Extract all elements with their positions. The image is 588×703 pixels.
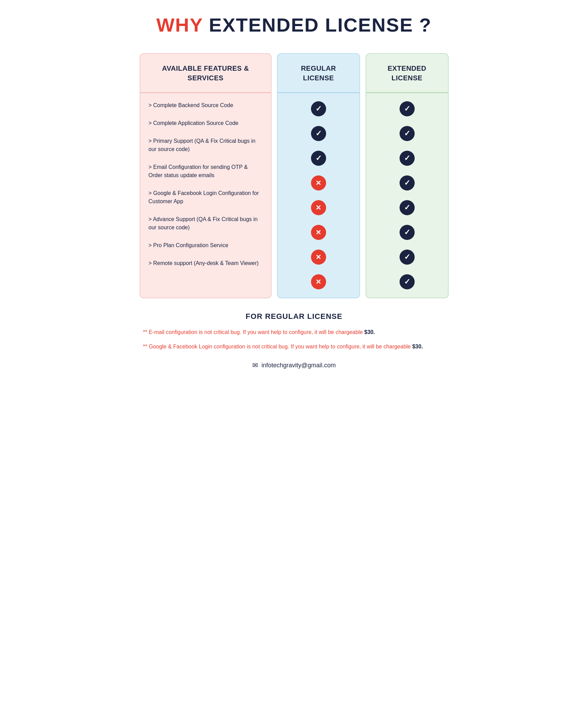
tick-icon	[311, 126, 326, 141]
check-item	[366, 121, 448, 146]
check-item	[278, 245, 359, 269]
tick-icon	[400, 126, 415, 141]
tick-icon	[400, 151, 415, 166]
extended-header: EXTENDEDLICENSE	[366, 54, 448, 93]
feature-item: > Advance Support (QA & Fix Critical bug…	[140, 210, 271, 237]
check-item	[278, 195, 359, 220]
check-item	[278, 171, 359, 195]
tick-icon	[400, 250, 415, 265]
main-title: WHY EXTENDED LICENSE ?	[140, 14, 449, 36]
features-header: AVAILABLE FEATURES & SERVICES	[140, 54, 271, 93]
tick-icon	[400, 175, 415, 191]
footer-note-2: ** Google & Facebook Login configuration…	[143, 342, 445, 351]
footer-notes: ** E-mail configuration is not critical …	[140, 328, 449, 351]
check-item	[366, 146, 448, 171]
check-item	[278, 121, 359, 146]
cross-icon	[311, 250, 326, 265]
check-item	[366, 195, 448, 220]
footer-note-1: ** E-mail configuration is not critical …	[143, 328, 445, 337]
tick-icon	[400, 200, 415, 215]
check-item	[366, 245, 448, 269]
check-item	[278, 146, 359, 171]
tick-icon	[400, 101, 415, 116]
note-1-text: ** E-mail configuration is not critical …	[143, 329, 365, 335]
feature-item: > Complete Application Source Code	[140, 114, 271, 132]
extended-column: EXTENDEDLICENSE	[366, 53, 449, 298]
contact-section: ✉ infotechgravity@gmail.com	[140, 361, 449, 369]
note-2-text: ** Google & Facebook Login configuration…	[143, 344, 412, 349]
feature-item: > Pro Plan Configuration Service	[140, 237, 271, 254]
extended-checks	[366, 93, 448, 298]
cross-icon	[311, 200, 326, 215]
tick-icon	[311, 101, 326, 116]
title-rest: EXTENDED LICENSE ?	[203, 14, 432, 36]
cross-icon	[311, 225, 326, 240]
check-item	[278, 220, 359, 245]
regular-checks	[278, 93, 359, 298]
contact-email: infotechgravity@gmail.com	[262, 362, 336, 369]
footer-section: FOR REGULAR LICENSE ** E-mail configurat…	[140, 312, 449, 369]
check-item	[278, 96, 359, 121]
page-container: WHY EXTENDED LICENSE ? AVAILABLE FEATURE…	[140, 14, 449, 376]
note-2-price: $30.	[412, 344, 423, 349]
features-list: > Complete Backend Source Code > Complet…	[140, 93, 271, 276]
title-why: WHY	[156, 14, 203, 36]
feature-item: > Google & Facebook Login Configuration …	[140, 184, 271, 210]
email-icon: ✉	[252, 361, 258, 369]
tick-icon	[311, 151, 326, 166]
check-item	[278, 269, 359, 294]
feature-item: > Complete Backend Source Code	[140, 96, 271, 114]
feature-item: > Email Configuration for sending OTP & …	[140, 158, 271, 184]
footer-title: FOR REGULAR LICENSE	[140, 312, 449, 321]
check-item	[366, 220, 448, 245]
feature-item: > Primary Support (QA & Fix Critical bug…	[140, 132, 271, 158]
check-item	[366, 269, 448, 294]
regular-header: REGULARLICENSE	[278, 54, 359, 93]
comparison-table: AVAILABLE FEATURES & SERVICES > Complete…	[140, 53, 449, 298]
cross-icon	[311, 274, 326, 289]
cross-icon	[311, 175, 326, 191]
feature-item: > Remote support (Any-desk & Team Viewer…	[140, 254, 271, 272]
tick-icon	[400, 274, 415, 289]
note-1-price: $30.	[364, 329, 375, 335]
regular-column: REGULARLICENSE	[277, 53, 360, 298]
check-item	[366, 96, 448, 121]
tick-icon	[400, 225, 415, 240]
features-column: AVAILABLE FEATURES & SERVICES > Complete…	[140, 53, 272, 298]
check-item	[366, 171, 448, 195]
